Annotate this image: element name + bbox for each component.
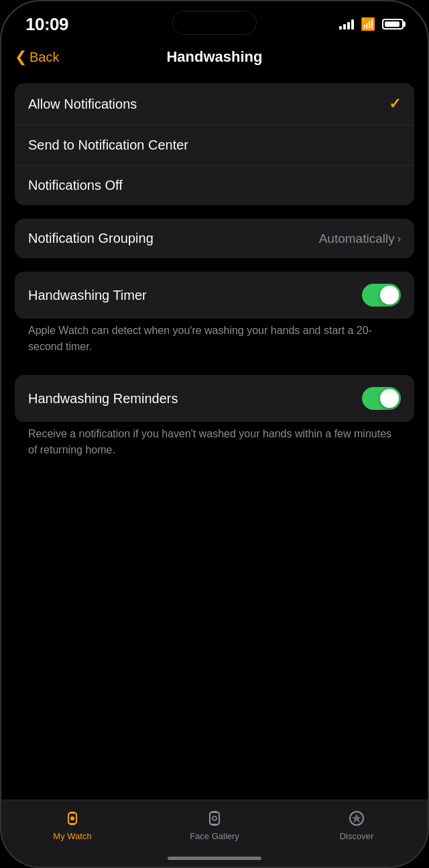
svg-marker-9 xyxy=(352,814,361,823)
tab-discover[interactable]: Discover xyxy=(286,808,428,841)
handwashing-reminders-section: Handwashing Reminders Receive a notifica… xyxy=(15,375,414,469)
toggle-knob xyxy=(380,286,399,305)
svg-rect-6 xyxy=(212,824,217,826)
handwashing-timer-row: Handwashing Timer xyxy=(15,272,414,319)
svg-rect-4 xyxy=(210,812,219,824)
send-to-notification-center-row[interactable]: Send to Notification Center xyxy=(15,125,414,166)
discover-icon xyxy=(347,808,367,828)
notifications-off-label: Notifications Off xyxy=(28,178,123,193)
status-icons: 📶 xyxy=(339,17,404,32)
handwashing-reminders-toggle[interactable] xyxy=(362,387,401,410)
page-title: Handwashing xyxy=(166,48,262,66)
handwashing-timer-section: Handwashing Timer Apple Watch can detect… xyxy=(15,272,414,366)
allow-notifications-row[interactable]: Allow Notifications ✓ xyxy=(15,83,414,125)
notification-grouping-card: Notification Grouping Automatically › xyxy=(15,219,414,258)
phone-frame: 10:09 📶 ❮ Back xyxy=(0,0,429,868)
tab-my-watch-label: My Watch xyxy=(53,831,91,841)
battery-icon xyxy=(382,19,404,30)
face-gallery-icon xyxy=(204,808,225,828)
allow-notifications-label: Allow Notifications xyxy=(28,97,137,112)
tab-face-gallery-label: Face Gallery xyxy=(190,831,239,841)
svg-rect-2 xyxy=(70,823,75,825)
back-button[interactable]: ❮ Back xyxy=(15,48,59,66)
send-to-notification-center-label: Send to Notification Center xyxy=(28,138,188,153)
notification-grouping-value: Automatically › xyxy=(319,231,401,246)
signal-strength-icon xyxy=(339,19,354,30)
tab-my-watch[interactable]: My Watch xyxy=(1,808,143,841)
notification-grouping-value-text: Automatically xyxy=(319,231,395,246)
dynamic-island xyxy=(172,11,257,35)
nav-header: ❮ Back Handwashing xyxy=(1,38,428,76)
my-watch-icon xyxy=(62,808,82,828)
handwashing-timer-label: Handwashing Timer xyxy=(28,288,147,303)
chevron-right-icon: › xyxy=(397,233,401,245)
handwashing-reminders-card: Handwashing Reminders xyxy=(15,375,414,422)
home-indicator xyxy=(168,857,261,860)
svg-point-7 xyxy=(212,816,217,820)
handwashing-timer-description: Apple Watch can detect when you're washi… xyxy=(15,323,414,366)
back-label: Back xyxy=(29,50,59,65)
allow-notifications-checkmark: ✓ xyxy=(389,95,401,113)
handwashing-timer-toggle[interactable] xyxy=(362,284,401,307)
handwashing-reminders-label: Handwashing Reminders xyxy=(28,391,178,406)
wifi-icon: 📶 xyxy=(361,17,375,32)
toggle-knob-2 xyxy=(380,389,399,408)
handwashing-reminders-row: Handwashing Reminders xyxy=(15,375,414,422)
svg-rect-1 xyxy=(70,812,75,814)
screen: 10:09 📶 ❮ Back xyxy=(1,1,428,867)
notifications-off-row[interactable]: Notifications Off xyxy=(15,166,414,205)
content-area: Allow Notifications ✓ Send to Notificati… xyxy=(1,76,428,485)
notifications-card: Allow Notifications ✓ Send to Notificati… xyxy=(15,83,414,205)
tab-discover-label: Discover xyxy=(340,831,374,841)
svg-point-3 xyxy=(70,816,74,820)
notification-grouping-label: Notification Grouping xyxy=(28,231,154,246)
tab-face-gallery[interactable]: Face Gallery xyxy=(143,808,286,841)
status-time: 10:09 xyxy=(25,14,68,35)
notification-grouping-row[interactable]: Notification Grouping Automatically › xyxy=(15,219,414,258)
svg-rect-5 xyxy=(212,811,217,813)
back-chevron-icon: ❮ xyxy=(15,48,27,66)
handwashing-timer-card: Handwashing Timer xyxy=(15,272,414,319)
handwashing-reminders-description: Receive a notification if you haven't wa… xyxy=(15,426,414,469)
